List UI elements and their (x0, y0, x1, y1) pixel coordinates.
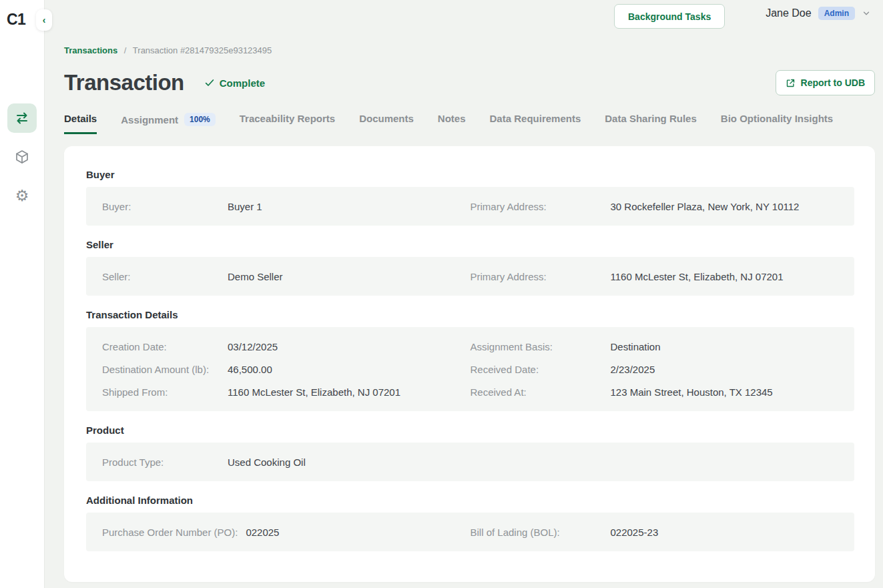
field-value: 46,500.00 (228, 364, 272, 375)
check-icon (204, 77, 215, 88)
breadcrumb: Transactions / Transaction #281479325e93… (64, 45, 875, 55)
field-value: Destination (611, 341, 661, 352)
tab-traceability-reports[interactable]: Traceability Reports (240, 113, 335, 134)
field: Bill of Lading (BOL):022025-23 (471, 527, 839, 538)
sidebar-collapse-button[interactable]: ‹ (36, 9, 52, 31)
section-additional-information: Additional InformationPurchase Order Num… (86, 495, 854, 551)
field: Seller:Demo Seller (102, 271, 471, 282)
field-label: Assignment Basis: (471, 341, 611, 352)
field-value: 123 Main Street, Houston, TX 12345 (611, 386, 773, 398)
tab-label: Data Requirements (490, 113, 581, 124)
section-buyer: BuyerBuyer:Buyer 1Primary Address:30 Roc… (86, 169, 854, 226)
page-title: Transaction (64, 70, 184, 95)
section-title: Buyer (86, 169, 854, 180)
tab-assignment[interactable]: Assignment100% (121, 113, 216, 136)
table-row: Destination Amount (lb):46,500.00Receive… (102, 358, 838, 380)
sidebar: C1 ⚙ (0, 0, 44, 588)
section-title: Additional Information (86, 495, 854, 506)
section-title: Seller (86, 239, 854, 250)
field: Product Type:Used Cooking Oil (102, 457, 471, 468)
status-badge: Complete (204, 77, 265, 89)
sidebar-item-products[interactable] (7, 142, 37, 172)
tab-data-requirements[interactable]: Data Requirements (490, 113, 581, 134)
field-value: Used Cooking Oil (228, 457, 306, 468)
field-value: 022025-23 (611, 527, 659, 538)
field-label: Destination Amount (lb): (102, 364, 228, 375)
field: Purchase Order Number (PO):022025 (102, 527, 471, 538)
section-block: Purchase Order Number (PO):022025Bill of… (86, 513, 854, 551)
field-value: 03/12/2025 (228, 341, 278, 352)
field-label: Received Date: (471, 364, 611, 375)
table-row: Creation Date:03/12/2025Assignment Basis… (102, 335, 838, 358)
section-transaction-details: Transaction DetailsCreation Date:03/12/2… (86, 309, 854, 411)
field: Destination Amount (lb):46,500.00 (102, 364, 471, 375)
field-label: Seller: (102, 271, 228, 282)
tab-label: Documents (359, 113, 414, 124)
section-block: Buyer:Buyer 1Primary Address:30 Rockefel… (86, 187, 854, 226)
status-label: Complete (220, 77, 265, 89)
field-label: Received At: (471, 386, 611, 398)
tab-bar: DetailsAssignment100%Traceability Report… (64, 113, 875, 136)
field-value: 1160 McLester St, Elizabeth, NJ 07201 (228, 386, 400, 398)
field: Received Date:2/23/2025 (471, 364, 839, 375)
field-value: 022025 (246, 527, 279, 538)
gear-icon: ⚙ (15, 188, 29, 204)
section-block: Product Type:Used Cooking Oil (86, 443, 854, 481)
sidebar-item-settings[interactable]: ⚙ (7, 181, 37, 210)
table-row: Product Type:Used Cooking Oil (102, 451, 838, 473)
field-label: Product Type: (102, 457, 228, 468)
tab-bio-optionality-insights[interactable]: Bio Optionality Insights (721, 113, 833, 134)
section-seller: SellerSeller:Demo SellerPrimary Address:… (86, 239, 854, 296)
sidebar-item-transactions[interactable] (7, 103, 37, 133)
field-label: Primary Address: (471, 201, 611, 212)
details-card: BuyerBuyer:Buyer 1Primary Address:30 Roc… (64, 146, 875, 582)
tab-label: Notes (438, 113, 466, 124)
field: Buyer:Buyer 1 (102, 201, 471, 212)
tab-progress-badge: 100% (184, 113, 216, 126)
field-value: 2/23/2025 (611, 364, 655, 375)
breadcrumb-current: Transaction #281479325e93123495 (133, 45, 272, 55)
tab-label: Details (64, 113, 97, 124)
tab-label: Data Sharing Rules (605, 113, 697, 124)
field-value: Demo Seller (228, 271, 283, 282)
external-link-icon (786, 78, 796, 88)
tab-documents[interactable]: Documents (359, 113, 414, 134)
section-product: ProductProduct Type:Used Cooking Oil (86, 424, 854, 481)
field-value: 30 Rockefeller Plaza, New York, NY 10112 (611, 201, 800, 212)
field-label: Buyer: (102, 201, 228, 212)
field: Primary Address:30 Rockefeller Plaza, Ne… (471, 201, 839, 212)
field-value: Buyer 1 (228, 201, 262, 212)
tab-label: Traceability Reports (240, 113, 335, 124)
chevron-left-icon: ‹ (43, 15, 46, 25)
title-row: Transaction Complete Report to UDB (64, 70, 875, 95)
tab-label: Assignment (121, 114, 178, 125)
tab-label: Bio Optionality Insights (721, 113, 833, 124)
sidebar-nav: ⚙ (0, 103, 44, 210)
breadcrumb-transactions-link[interactable]: Transactions (64, 45, 117, 55)
table-row: Buyer:Buyer 1Primary Address:30 Rockefel… (102, 195, 838, 218)
field-label: Purchase Order Number (PO): (102, 527, 246, 538)
section-title: Product (86, 424, 854, 436)
cube-icon (14, 149, 30, 165)
tab-details[interactable]: Details (64, 113, 97, 134)
report-to-udb-button[interactable]: Report to UDB (776, 70, 875, 95)
section-block: Seller:Demo SellerPrimary Address:1160 M… (86, 257, 854, 296)
field: Assignment Basis:Destination (471, 341, 839, 352)
tab-notes[interactable]: Notes (438, 113, 466, 134)
table-row: Shipped From:1160 McLester St, Elizabeth… (102, 380, 838, 403)
field: Shipped From:1160 McLester St, Elizabeth… (102, 386, 471, 398)
main-content: Transactions / Transaction #281479325e93… (44, 0, 883, 588)
breadcrumb-separator: / (124, 45, 127, 55)
field-value: 1160 McLester St, Elizabeth, NJ 07201 (611, 271, 784, 282)
field-label: Primary Address: (471, 271, 611, 282)
table-row: Seller:Demo SellerPrimary Address:1160 M… (102, 265, 838, 288)
section-block: Creation Date:03/12/2025Assignment Basis… (86, 327, 854, 411)
transfer-arrows-icon (14, 110, 30, 126)
section-title: Transaction Details (86, 309, 854, 320)
field: Primary Address:1160 McLester St, Elizab… (471, 271, 839, 282)
field-label: Shipped From: (102, 386, 228, 398)
field-label: Bill of Lading (BOL): (471, 527, 611, 538)
table-row: Purchase Order Number (PO):022025Bill of… (102, 521, 838, 543)
field: Received At:123 Main Street, Houston, TX… (471, 386, 839, 398)
tab-data-sharing-rules[interactable]: Data Sharing Rules (605, 113, 697, 134)
